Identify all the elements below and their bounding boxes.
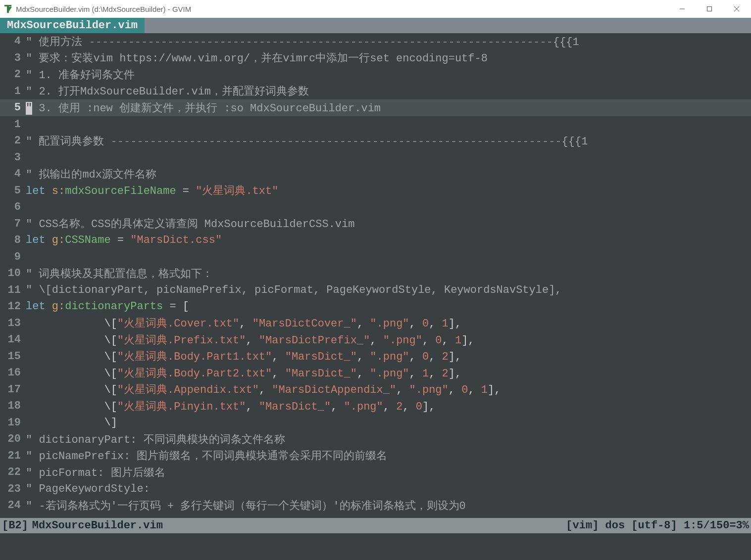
line-number: 14 bbox=[0, 333, 26, 346]
line-number: 19 bbox=[0, 417, 26, 429]
status-buffer: [B2] bbox=[2, 519, 28, 532]
code-line[interactable]: 12let g:dictionaryParts = [ bbox=[0, 298, 751, 315]
code-line[interactable]: 20" dictionaryPart: 不同词典模块的词条文件名称 bbox=[0, 431, 751, 448]
line-number: 2 bbox=[0, 135, 26, 147]
line-content: \["火星词典.Pinyin.txt", "MarsDict_", ".png"… bbox=[26, 399, 751, 414]
code-line[interactable]: 2" 配置词典参数 ------------------------------… bbox=[0, 133, 751, 149]
line-content: " \[dictionaryPart, picNamePrefix, picFo… bbox=[26, 284, 751, 296]
code-line[interactable]: 11" \[dictionaryPart, picNamePrefix, pic… bbox=[0, 282, 751, 299]
line-number: 20 bbox=[0, 433, 26, 445]
code-line[interactable]: 4" 拟输出的mdx源文件名称 bbox=[0, 166, 751, 183]
line-content: let g:dictionaryParts = [ bbox=[26, 300, 751, 313]
line-number: 11 bbox=[0, 284, 26, 296]
code-line[interactable]: 3 bbox=[0, 149, 751, 166]
code-line[interactable]: 2" 1. 准备好词条文件 bbox=[0, 66, 751, 83]
line-number: 1 bbox=[0, 85, 26, 97]
editor-area[interactable]: 4" 使用方法 --------------------------------… bbox=[0, 33, 751, 514]
line-number: 8 bbox=[0, 234, 26, 246]
code-line[interactable]: 13 \["火星词典.Cover.txt", "MarsDictCover_",… bbox=[0, 315, 751, 332]
line-number: 21 bbox=[0, 450, 26, 462]
line-number: 5 bbox=[0, 185, 26, 197]
code-line[interactable]: 19 \] bbox=[0, 415, 751, 431]
code-line[interactable]: 23" PageKeywordStyle: bbox=[0, 481, 751, 498]
gvim-icon bbox=[3, 4, 13, 14]
line-content: " 3. 使用 :new 创建新文件，并执行 :so MdxSourceBuil… bbox=[26, 100, 751, 115]
line-content: " 1. 准备好词条文件 bbox=[26, 67, 751, 82]
line-content: " 词典模块及其配置信息，格式如下： bbox=[26, 266, 751, 281]
code-line[interactable]: 22" picFormat: 图片后缀名 bbox=[0, 464, 751, 481]
window-title: MdxSourceBuilder.vim (d:\MdxSourceBuilde… bbox=[16, 5, 668, 13]
line-number: 3 bbox=[0, 52, 26, 64]
code-line[interactable]: 3" 要求：安装vim https://www.vim.org/，并在vimrc… bbox=[0, 50, 751, 67]
line-number: 18 bbox=[0, 400, 26, 412]
code-line[interactable]: 16 \["火星词典.Body.Part2.txt", "MarsDict_",… bbox=[0, 365, 751, 381]
line-content: let s:mdxSourceFileName = "火星词典.txt" bbox=[26, 183, 751, 198]
code-line[interactable]: 5" 3. 使用 :new 创建新文件，并执行 :so MdxSourceBui… bbox=[0, 99, 751, 116]
line-number: 9 bbox=[0, 251, 26, 263]
line-number: 15 bbox=[0, 350, 26, 363]
status-position: [vim] dos [utf-8] 1:5/150=3% bbox=[566, 519, 749, 532]
line-content: " 使用方法 ---------------------------------… bbox=[26, 34, 751, 49]
line-number: 12 bbox=[0, 300, 26, 313]
code-line[interactable]: 18 \["火星词典.Pinyin.txt", "MarsDict_", ".p… bbox=[0, 398, 751, 415]
line-content: " PageKeywordStyle: bbox=[26, 483, 751, 495]
code-line[interactable]: 1" 2. 打开MdxSourceBuilder.vim，并配置好词典参数 bbox=[0, 83, 751, 100]
status-line: [B2] MdxSourceBuilder.vim [vim] dos [utf… bbox=[0, 518, 751, 533]
line-number: 10 bbox=[0, 267, 26, 280]
code-line[interactable]: 21" picNamePrefix: 图片前缀名，不同词典模块通常会采用不同的前… bbox=[0, 448, 751, 465]
line-content: " CSS名称。CSS的具体定义请查阅 MdxSourceBuilderCSS.… bbox=[26, 216, 751, 231]
line-number: 17 bbox=[0, 383, 26, 396]
code-line[interactable]: 24" -若词条格式为'一行页码 + 多行关键词（每行一个关键词）'的标准词条格… bbox=[0, 497, 751, 514]
line-content: \["火星词典.Prefix.txt", "MarsDictPrefix_", … bbox=[26, 332, 751, 347]
line-number: 7 bbox=[0, 218, 26, 230]
code-line[interactable]: 6 bbox=[0, 199, 751, 216]
line-content: " 2. 打开MdxSourceBuilder.vim，并配置好词典参数 bbox=[26, 84, 751, 98]
line-content: " -若词条格式为'一行页码 + 多行关键词（每行一个关键词）'的标准词条格式，… bbox=[26, 498, 751, 513]
code-line[interactable]: 7" CSS名称。CSS的具体定义请查阅 MdxSourceBuilderCSS… bbox=[0, 216, 751, 233]
line-number: 5 bbox=[0, 101, 26, 114]
line-content: let g:CSSName = "MarsDict.css" bbox=[26, 234, 751, 246]
line-content: \["火星词典.Cover.txt", "MarsDictCover_", ".… bbox=[26, 316, 751, 330]
code-line[interactable]: 4" 使用方法 --------------------------------… bbox=[0, 33, 751, 50]
code-line[interactable]: 15 \["火星词典.Body.Part1.txt", "MarsDict_",… bbox=[0, 348, 751, 365]
line-content: " 要求：安装vim https://www.vim.org/，并在vimrc中… bbox=[26, 50, 751, 65]
line-content: " 配置词典参数 -------------------------------… bbox=[26, 134, 751, 148]
line-content: \["火星词典.Body.Part2.txt", "MarsDict_", ".… bbox=[26, 366, 751, 380]
line-content: " picFormat: 图片后缀名 bbox=[26, 465, 751, 480]
line-number: 1 bbox=[0, 118, 26, 131]
line-number: 22 bbox=[0, 466, 26, 478]
line-number: 16 bbox=[0, 367, 26, 379]
code-line[interactable]: 1 bbox=[0, 116, 751, 133]
code-line[interactable]: 10" 词典模块及其配置信息，格式如下： bbox=[0, 265, 751, 282]
line-content: \["火星词典.Body.Part1.txt", "MarsDict_", ".… bbox=[26, 349, 751, 364]
line-content: " 拟输出的mdx源文件名称 bbox=[26, 167, 751, 182]
line-number: 6 bbox=[0, 201, 26, 213]
line-content: \["火星词典.Appendix.txt", "MarsDictAppendix… bbox=[26, 382, 751, 397]
code-line[interactable]: 5let s:mdxSourceFileName = "火星词典.txt" bbox=[0, 183, 751, 199]
line-content: " picNamePrefix: 图片前缀名，不同词典模块通常会采用不同的前缀名 bbox=[26, 448, 751, 463]
close-button[interactable] bbox=[723, 0, 750, 18]
code-line[interactable]: 14 \["火星词典.Prefix.txt", "MarsDictPrefix_… bbox=[0, 331, 751, 348]
command-line[interactable] bbox=[0, 533, 751, 560]
line-number: 2 bbox=[0, 68, 26, 81]
line-number: 13 bbox=[0, 317, 26, 329]
line-number: 24 bbox=[0, 499, 26, 512]
code-line[interactable]: 17 \["火星词典.Appendix.txt", "MarsDictAppen… bbox=[0, 381, 751, 398]
line-content: \] bbox=[26, 417, 751, 429]
line-number: 3 bbox=[0, 151, 26, 164]
line-number: 23 bbox=[0, 483, 26, 495]
line-number: 4 bbox=[0, 35, 26, 47]
window-titlebar: MdxSourceBuilder.vim (d:\MdxSourceBuilde… bbox=[0, 0, 751, 18]
code-line[interactable]: 8let g:CSSName = "MarsDict.css" bbox=[0, 232, 751, 249]
cursor: " bbox=[26, 102, 32, 115]
status-filename: MdxSourceBuilder.vim bbox=[28, 519, 566, 532]
tab-bar: MdxSourceBuilder.vim bbox=[0, 18, 751, 33]
code-line[interactable]: 9 bbox=[0, 249, 751, 266]
line-number: 4 bbox=[0, 168, 26, 180]
svg-rect-3 bbox=[707, 7, 711, 11]
tab-active[interactable]: MdxSourceBuilder.vim bbox=[0, 18, 145, 33]
line-content: " dictionaryPart: 不同词典模块的词条文件名称 bbox=[26, 432, 751, 447]
minimize-button[interactable] bbox=[668, 0, 696, 18]
maximize-button[interactable] bbox=[696, 0, 723, 18]
